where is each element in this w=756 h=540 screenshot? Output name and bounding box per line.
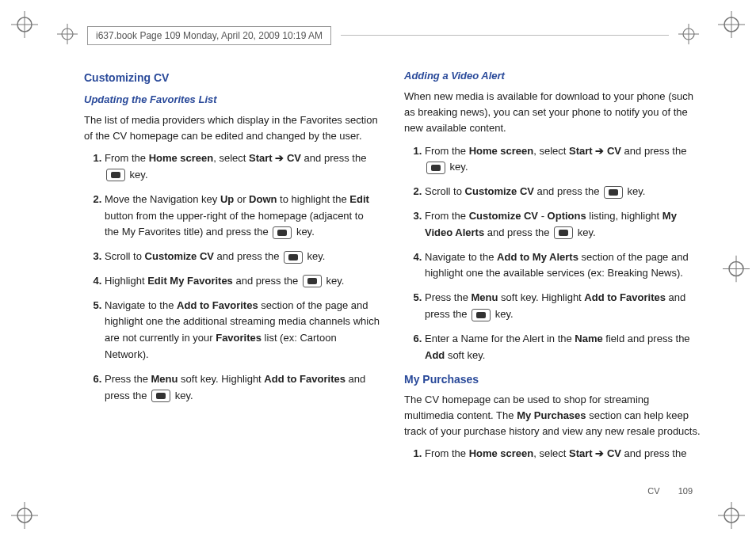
step-item: From the Home screen, select Start ➔ CV … (105, 150, 380, 184)
footer-section: CV (647, 486, 659, 496)
intro-text: When new media is available for download… (404, 89, 701, 136)
steps-list: From the Home screen, select Start ➔ CV … (404, 143, 701, 364)
ok-key-icon (284, 251, 303, 264)
registration-mark-icon (718, 502, 745, 529)
header-rule (341, 35, 669, 36)
step-item: Navigate to the Add to Favorites section… (105, 298, 380, 363)
step-item: Press the Menu soft key. Highlight Add t… (105, 371, 380, 405)
registration-mark-icon (11, 502, 38, 529)
ok-key-icon (554, 226, 573, 239)
step-item: Scroll to Customize CV and press the key… (105, 249, 380, 265)
left-column: Customizing CV Updating the Favorites Li… (84, 63, 380, 492)
step-item: Move the Navigation key Up or Down to hi… (105, 192, 380, 241)
ok-key-icon (106, 169, 125, 181)
ok-key-icon (303, 275, 322, 287)
registration-mark-icon (678, 24, 699, 47)
steps-list: From the Home screen, select Start ➔ CV … (84, 150, 380, 404)
page-header: i637.book Page 109 Monday, April 20, 200… (57, 24, 699, 47)
sub-heading: Adding a Video Alert (404, 68, 701, 84)
intro-text: The CV homepage can be used to shop for … (404, 392, 701, 439)
step-item: From the Customize CV - Options listing,… (425, 208, 701, 241)
section-heading: Customizing CV (84, 70, 380, 87)
step-item: Scroll to Customize CV and press the key… (425, 184, 701, 200)
ok-key-icon (604, 186, 623, 199)
footer-page-number: 109 (678, 486, 693, 496)
page-body: Customizing CV Updating the Favorites Li… (84, 63, 701, 492)
step-item: Press the Menu soft key. Highlight Add t… (425, 290, 701, 323)
ok-key-icon (472, 309, 491, 321)
ok-key-icon (426, 162, 445, 174)
step-item: Enter a Name for the Alert in the Name f… (425, 331, 701, 364)
ok-key-icon (151, 390, 170, 402)
step-item: From the Home screen, select Start ➔ CV … (425, 446, 701, 462)
page-footer: CV 109 (647, 486, 693, 496)
registration-mark-icon (723, 256, 750, 285)
ok-key-icon (273, 226, 292, 239)
steps-list: From the Home screen, select Start ➔ CV … (404, 446, 701, 462)
step-item: Navigate to the Add to My Alerts section… (425, 249, 701, 283)
sub-heading: Updating the Favorites List (84, 92, 380, 108)
registration-mark-icon (718, 11, 745, 38)
section-heading: My Purchases (404, 371, 701, 389)
step-item: Highlight Edit My Favorites and press th… (105, 273, 380, 290)
registration-mark-icon (11, 11, 38, 38)
step-item: From the Home screen, select Start ➔ CV … (425, 143, 701, 177)
intro-text: The list of media providers which displa… (84, 112, 380, 144)
page-meta: i637.book Page 109 Monday, April 20, 200… (87, 26, 331, 45)
registration-mark-icon (57, 24, 78, 47)
right-column: Adding a Video Alert When new media is a… (404, 63, 701, 492)
